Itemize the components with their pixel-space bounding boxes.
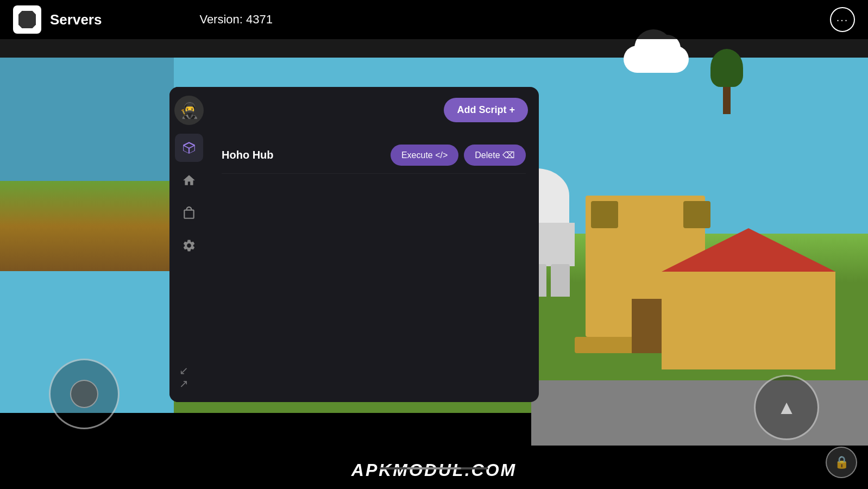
add-script-button[interactable]: Add Script + bbox=[444, 98, 528, 122]
sidebar-item-settings[interactable] bbox=[175, 231, 203, 260]
scrollbar-thumb bbox=[407, 467, 461, 469]
settings-icon bbox=[182, 239, 196, 253]
page-title: Servers bbox=[50, 11, 102, 28]
red-roof-building bbox=[662, 228, 835, 369]
left-scene bbox=[0, 39, 174, 413]
collapse-icon[interactable]: ↙↗ bbox=[179, 364, 188, 390]
cloud bbox=[624, 46, 689, 73]
bottom-scrollbar[interactable] bbox=[380, 467, 488, 469]
script-actions: Execute </> Delete ⌫ bbox=[391, 145, 526, 166]
script-list: Hoho Hub Execute </> Delete ⌫ bbox=[222, 137, 526, 174]
shop-icon bbox=[182, 206, 196, 220]
joystick-knob bbox=[70, 380, 98, 408]
roblox-logo bbox=[13, 5, 41, 34]
execute-button[interactable]: Execute </> bbox=[391, 145, 458, 166]
up-arrow-icon: ▲ bbox=[777, 396, 796, 419]
joystick-left[interactable] bbox=[49, 359, 119, 429]
add-script-label: Add Script + bbox=[457, 104, 515, 116]
execute-label: Execute </> bbox=[401, 151, 448, 160]
more-options-button[interactable]: ··· bbox=[830, 7, 855, 32]
logo-inner bbox=[18, 11, 36, 28]
sidebar-item-shop[interactable] bbox=[175, 199, 203, 227]
version-label: Version: 4371 bbox=[199, 12, 273, 27]
sidebar: 🥷 bbox=[169, 87, 209, 402]
right-controls: ▲ bbox=[754, 375, 819, 440]
script-item: Hoho Hub Execute </> Delete ⌫ bbox=[222, 137, 526, 174]
content-area: Add Script + Hoho Hub Execute </> Delete… bbox=[209, 87, 539, 402]
delete-label: Delete ⌫ bbox=[475, 150, 515, 160]
home-icon bbox=[182, 173, 196, 187]
jump-button[interactable]: ▲ bbox=[754, 375, 819, 440]
sidebar-avatar[interactable]: 🥷 bbox=[174, 96, 204, 125]
script-name: Hoho Hub bbox=[222, 149, 274, 161]
ninja-icon: 🥷 bbox=[180, 102, 199, 120]
top-bar: Servers Version: 4371 ··· bbox=[0, 0, 868, 39]
lock-button[interactable]: 🔒 bbox=[826, 447, 857, 478]
delete-button[interactable]: Delete ⌫ bbox=[464, 145, 526, 166]
sidebar-item-home[interactable] bbox=[175, 166, 203, 195]
cube-icon bbox=[182, 141, 196, 155]
tree bbox=[710, 49, 743, 114]
sidebar-item-cube[interactable] bbox=[175, 134, 203, 162]
watermark: APKMODUL.COM bbox=[351, 460, 517, 480]
main-panel: 🥷 Add Script bbox=[169, 87, 539, 402]
